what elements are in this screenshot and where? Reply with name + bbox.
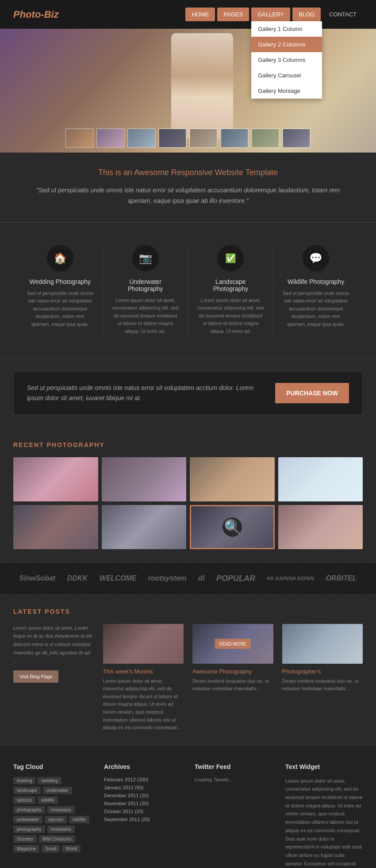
tag-item[interactable]: Magazine	[13, 845, 39, 853]
sponsor-3: WELCOME	[100, 574, 137, 582]
tag-item[interactable]: wedding	[38, 777, 61, 784]
post-2-image[interactable]: READ MORE	[192, 624, 273, 664]
archive-item[interactable]: January 2012 (50)	[104, 785, 181, 790]
post-3-desc: Dicam invidunt torquatos duo ne, ut nolu…	[282, 677, 363, 693]
dropdown-item-gallery1[interactable]: Gallery 1 Column	[251, 21, 322, 37]
tagline-quote: "Sed ut perspiciatis unde omnis iste nat…	[27, 185, 349, 206]
thumb-5[interactable]	[189, 128, 218, 148]
nav-blog[interactable]: BLOG	[292, 8, 321, 21]
features-section: 🏠 Wedding Photography Sed ut perspiciati…	[0, 222, 376, 358]
tag-cloud-title: Tag Cloud	[13, 763, 91, 770]
feature-wildlife: 💬 Wildlife Photography Sed ut perspiciat…	[273, 245, 358, 336]
tag-item[interactable]: photography	[13, 826, 45, 833]
photo-item-3[interactable]	[190, 457, 275, 501]
thumb-6[interactable]	[220, 128, 249, 148]
dropdown-item-gallery3[interactable]: Gallery 3 Columns	[251, 52, 322, 68]
tag-item[interactable]: mountains	[47, 806, 75, 814]
feature-underwater-title: Underwater Photography	[112, 278, 179, 292]
thumb-4[interactable]	[158, 128, 187, 148]
post-1: This week's Models Lorem ipsum dolor sit…	[103, 624, 184, 732]
nav-home[interactable]: HOME	[185, 8, 215, 21]
thumb-7[interactable]	[251, 128, 280, 148]
thumb-2[interactable]	[96, 128, 125, 148]
purchase-button[interactable]: PURCHASE NOW	[275, 383, 349, 403]
hero-thumbnails	[65, 128, 311, 148]
archive-item[interactable]: October 2011 (20)	[104, 809, 181, 814]
post-text-block: Lorem ipsum dolor sit amet, Loulet triqu…	[13, 624, 94, 732]
photo-item-1[interactable]	[13, 457, 98, 501]
thumb-3[interactable]	[127, 128, 156, 148]
gallery-button[interactable]: GALLERY	[251, 8, 290, 21]
post-1-image[interactable]	[103, 624, 184, 664]
archive-item[interactable]: December 2011 (20)	[104, 793, 181, 798]
wildlife-icon: 💬	[303, 245, 329, 271]
photo-item-8[interactable]	[278, 505, 363, 549]
tagline-section: This is an Awesome Responsive Website Te…	[0, 153, 376, 222]
feature-underwater-desc: Lorem ipsum dolor sit amet, consectetur …	[112, 297, 179, 336]
post-1-title: This week's Models	[103, 668, 184, 675]
archive-item[interactable]: February 2012 (200)	[104, 777, 181, 782]
photo-item-6[interactable]	[102, 505, 187, 549]
sponsor-4: rootsystem	[148, 574, 186, 582]
thumb-1[interactable]	[65, 128, 94, 148]
svg-line-1	[235, 529, 239, 533]
post-3-image[interactable]	[282, 624, 363, 664]
sponsor-7: KK KAPENA KEPEN	[267, 576, 314, 581]
tag-item[interactable]: Scenery	[13, 835, 37, 843]
feature-landscape-desc: Lorem ipsum dolor sit amet, consectetur …	[197, 297, 265, 336]
hero-person-figure	[171, 33, 233, 139]
tag-item[interactable]: species	[13, 796, 35, 804]
read-more-btn[interactable]: READ MORE	[215, 639, 251, 649]
tag-item[interactable]: underwater	[43, 787, 72, 794]
cta-text: Sed ut perspiciatis unde omnis iste natu…	[27, 383, 262, 403]
tag-item[interactable]: landscape	[13, 787, 41, 794]
latest-section: LATEST POSTS Lorem ipsum dolor sit amet,…	[0, 595, 376, 745]
tag-item[interactable]: species	[45, 816, 67, 823]
nav-pages[interactable]: PAGES	[217, 8, 249, 21]
tag-item[interactable]: wildlife	[38, 796, 58, 804]
tag-item[interactable]: World	[62, 845, 81, 853]
recent-title: RECENT PHOTOGRAPHY	[13, 441, 363, 448]
feature-wedding-desc: Sed ut perspiciatis unde omnis iste natu…	[27, 290, 94, 329]
feature-landscape: ✅ Landscape Photography Lorem ipsum dolo…	[188, 245, 274, 336]
photo-item-2[interactable]	[102, 457, 187, 501]
pages-button[interactable]: PAGES	[217, 8, 249, 21]
twitter-title: Twitter Feed	[195, 763, 272, 770]
contact-link[interactable]: CONTACT	[323, 8, 363, 21]
photo-item-5[interactable]	[13, 505, 98, 549]
photo-item-4[interactable]	[278, 457, 363, 501]
photo-item-7[interactable]	[190, 505, 275, 549]
logo: Photo-Biz	[13, 9, 59, 20]
archive-item[interactable]: September 2011 (20)	[104, 817, 181, 822]
text-widget-text: Lorem ipsum dolor sit amet, consectetur …	[285, 777, 363, 868]
feature-underwater: 📷 Underwater Photography Lorem ipsum dol…	[103, 245, 188, 336]
sponsor-6: POPULAR	[216, 574, 255, 583]
tag-cloud-widget: Tag Cloud bowtingweddinglandscapeunderwa…	[13, 763, 91, 868]
tag-item[interactable]: underwater	[13, 816, 42, 823]
tag-item[interactable]: mountains	[47, 826, 75, 833]
logo-main: Photo-	[13, 9, 44, 20]
tag-item[interactable]: photography	[13, 806, 45, 814]
tag-item[interactable]: wildlife	[69, 816, 89, 823]
archives-widget: Archives February 2012 (200)January 2012…	[104, 763, 181, 868]
wedding-icon: 🏠	[47, 245, 73, 271]
dropdown-item-gallery-montage[interactable]: Gallery Montage	[251, 83, 322, 99]
thumb-8[interactable]	[282, 128, 311, 148]
dropdown-item-gallery-carousel[interactable]: Gallery Carousel	[251, 68, 322, 83]
tag-item[interactable]: Small	[42, 845, 60, 853]
blog-button[interactable]: BLOG	[292, 8, 321, 21]
sponsor-2: DDKK	[67, 574, 88, 582]
feature-wildlife-desc: Sed ut perspiciatis unde omnis iste natu…	[282, 290, 349, 329]
archive-item[interactable]: November 2011 (20)	[104, 801, 181, 806]
dropdown-item-gallery2[interactable]: Gallery 2 Columns	[251, 37, 322, 52]
post-text: Lorem ipsum dolor sit amet, Loulet triqu…	[13, 624, 94, 665]
tag-item[interactable]: Wild Creatures	[39, 835, 75, 843]
nav-gallery[interactable]: GALLERY Gallery 1 Column Gallery 2 Colum…	[251, 8, 290, 21]
home-button[interactable]: HOME	[185, 8, 215, 21]
feature-wildlife-title: Wildlife Photography	[282, 278, 349, 285]
visit-blog-button[interactable]: Visit Blog Page	[13, 670, 58, 683]
archives-title: Archives	[104, 763, 181, 770]
landscape-icon: ✅	[217, 245, 244, 271]
gallery-dropdown: Gallery 1 Column Gallery 2 Columns Galle…	[251, 21, 322, 99]
tag-item[interactable]: bowting	[13, 777, 35, 784]
